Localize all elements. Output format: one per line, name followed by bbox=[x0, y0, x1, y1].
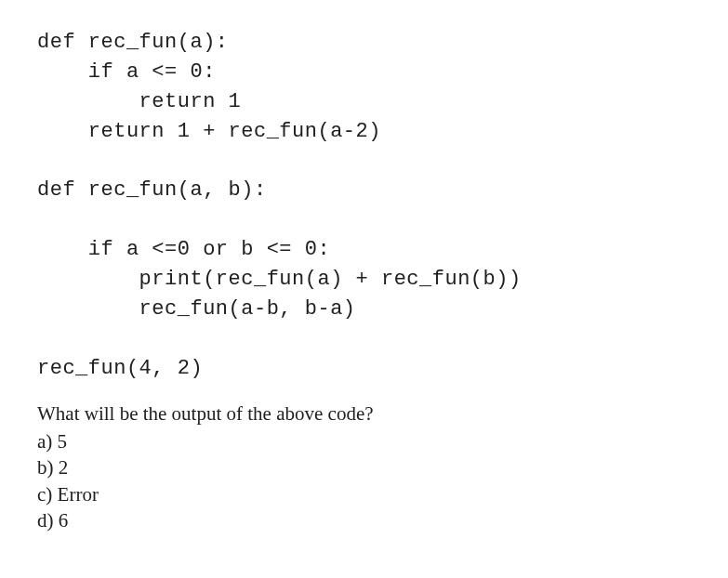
code-line: def rec_fun(a): bbox=[37, 31, 229, 54]
question-text: What will be the output of the above cod… bbox=[37, 401, 691, 427]
code-line: return 1 + rec_fun(a-2) bbox=[37, 120, 381, 143]
option-b: b) 2 bbox=[37, 454, 691, 480]
option-c: c) Error bbox=[37, 481, 691, 507]
code-line: if a <=0 or b <= 0: bbox=[37, 238, 330, 261]
code-line: rec_fun(a-b, b-a) bbox=[37, 297, 356, 321]
code-line: return 1 bbox=[37, 90, 241, 113]
option-d: d) 6 bbox=[37, 507, 691, 533]
code-line: rec_fun(4, 2) bbox=[37, 357, 203, 380]
question-block: What will be the output of the above cod… bbox=[37, 401, 691, 534]
code-line: if a <= 0: bbox=[37, 60, 216, 84]
option-a: a) 5 bbox=[37, 428, 691, 454]
code-line: print(rec_fun(a) + rec_fun(b)) bbox=[37, 268, 522, 291]
code-line: def rec_fun(a, b): bbox=[37, 178, 267, 202]
code-block: def rec_fun(a): if a <= 0: return 1 retu… bbox=[37, 28, 691, 384]
